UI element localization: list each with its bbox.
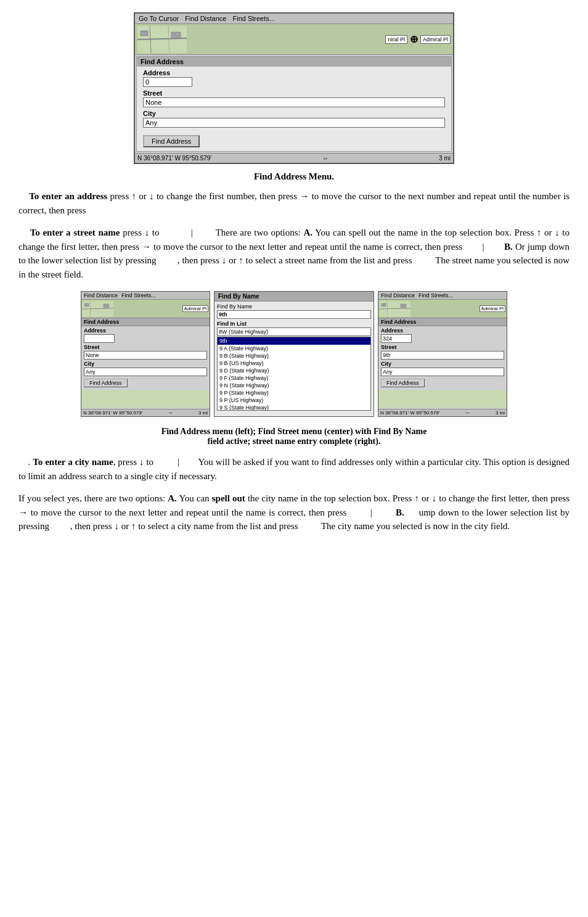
city-input[interactable]: [143, 118, 445, 128]
list-item-bus[interactable]: 9 B (US Highway): [218, 360, 370, 367]
left-city-label: City: [84, 361, 207, 367]
address-input[interactable]: [143, 77, 192, 87]
right-addr-label: Address: [381, 327, 504, 334]
list-item-s[interactable]: 9 S (State Highway): [218, 404, 370, 411]
map-thumbnail: [137, 26, 187, 53]
find-address-button[interactable]: Find Address: [143, 135, 200, 147]
street-list[interactable]: 9th 9 A (State Highway) 9 B (State Highw…: [217, 337, 371, 411]
map-label-admiral2: Admiral Pl: [420, 35, 451, 44]
arrow-icon: ↔: [322, 155, 329, 162]
find-in-list-input[interactable]: [217, 327, 371, 336]
top-menu-bar: Go To Cursor Find Distance Find Streets.…: [135, 14, 453, 24]
list-item-pus[interactable]: 9 P (US Highway): [218, 397, 370, 404]
svg-rect-10: [104, 304, 109, 308]
para-city-1: . To enter a city name, press ↓ to | You…: [18, 455, 570, 483]
caption-three-line2: field active; street name entry complete…: [208, 437, 381, 446]
center-panel: Find By Name Find By Name Find In List 9…: [214, 291, 374, 417]
right-addr-input[interactable]: [381, 334, 412, 343]
left-city-input[interactable]: [84, 368, 207, 376]
left-coords: N 36°08.971' W 95°50.579': [83, 410, 142, 416]
list-item-f[interactable]: 9 F (State Highway): [218, 374, 370, 382]
top-screenshot: Go To Cursor Find Distance Find Streets.…: [134, 12, 454, 164]
right-menu-find-dist: Find Distance: [381, 292, 415, 298]
left-status: N 36°08.971' W 95°50.579' ↔ 3 mi: [81, 409, 210, 416]
menu-find-streets: Find Streets...: [232, 15, 274, 22]
left-menu-find-streets: Find Streets...: [121, 292, 156, 298]
right-find-btn[interactable]: Find Address: [381, 379, 425, 387]
right-status: N 36°08.971' W 95°50.579' ↔ 3 mi: [378, 409, 507, 416]
street-input[interactable]: [143, 97, 445, 107]
left-panel: Find Distance Find Streets... Admiral Pl…: [81, 291, 210, 417]
left-map-label: Admiral Pl: [182, 305, 208, 312]
find-address-panel: Find Address Address Street City Find Ad…: [136, 56, 452, 152]
right-panel-title: Find Address: [378, 318, 507, 326]
para-street: To enter a street name press ↓ to | Ther…: [18, 226, 570, 281]
zoom-icon: ⊕: [410, 33, 418, 45]
svg-rect-15: [401, 304, 406, 308]
list-item-d[interactable]: 9 D (State Highway): [218, 367, 370, 374]
para-address: To enter an address press ↑ or ↓ to chan…: [18, 189, 570, 217]
caption-three-line1: Find Address menu (left); Find Street me…: [161, 427, 427, 436]
left-menu-find-dist: Find Distance: [84, 292, 118, 298]
left-map-thumb: [83, 301, 113, 317]
left-map-strip: Admiral Pl: [81, 300, 210, 318]
panel-title: Find Address: [137, 57, 451, 67]
three-panel-row: Find Distance Find Streets... Admiral Pl…: [18, 291, 570, 417]
para2-bold: To enter a street name: [30, 228, 120, 237]
right-arrow: ↔: [465, 410, 470, 416]
right-coords: N 36°08.971' W 95°50.579': [380, 410, 439, 416]
map-strip: niral Pl ⊕ Admiral Pl: [135, 24, 453, 55]
left-street-label: Street: [84, 344, 207, 350]
find-by-name-input[interactable]: [217, 310, 371, 319]
right-menu-bar: Find Distance Find Streets...: [378, 292, 507, 300]
right-panel: Find Distance Find Streets... Admiral Pl…: [378, 291, 507, 417]
list-item-n[interactable]: 9 N (State Highway): [218, 382, 370, 389]
right-city-input[interactable]: [381, 368, 504, 376]
left-addr-input[interactable]: [84, 334, 115, 343]
right-map-strip: Admiral Pl: [378, 300, 507, 318]
list-item-b[interactable]: 9 B (State Highway): [218, 352, 370, 360]
right-city-label: City: [381, 361, 504, 367]
center-panel-title: Find By Name: [214, 292, 374, 302]
top-screenshot-container: Go To Cursor Find Distance Find Streets.…: [18, 12, 570, 164]
or-text: or: [121, 521, 129, 531]
right-map-thumb: [380, 301, 410, 317]
left-addr-label: Address: [84, 327, 207, 334]
left-menu-bar: Find Distance Find Streets...: [81, 292, 210, 300]
left-find-btn[interactable]: Find Address: [84, 379, 128, 387]
svg-rect-14: [382, 303, 386, 306]
left-scale: 3 mi: [198, 410, 208, 416]
map-label-admiral: niral Pl: [385, 35, 407, 44]
coords-display: N 36°08.971' W 95°50.579': [137, 155, 211, 162]
right-map-label: Admiral Pl: [480, 305, 505, 312]
right-street-input[interactable]: [381, 351, 504, 360]
list-item-9th[interactable]: 9th: [218, 337, 370, 345]
caption-top: Find Address Menu.: [18, 171, 570, 182]
status-bar: N 36°08.971' W 95°50.579' ↔ 3 mi: [135, 153, 453, 163]
svg-rect-9: [84, 303, 89, 306]
caption-three-panel: Find Address menu (left); Find Street me…: [18, 427, 570, 446]
svg-rect-4: [141, 31, 148, 36]
find-by-name-label: Find By Name: [217, 303, 371, 310]
list-item-a[interactable]: 9 A (State Highway): [218, 345, 370, 352]
para1-bold: To enter an address: [29, 191, 107, 201]
scale-display: 3 mi: [439, 155, 451, 162]
left-arrow: ↔: [168, 410, 173, 416]
right-scale: 3 mi: [496, 410, 505, 416]
right-menu-find-streets: Find Streets...: [419, 292, 453, 298]
para-city-2: If you select yes, there are two options…: [18, 491, 570, 533]
left-panel-title: Find Address: [81, 318, 210, 326]
menu-find-distance: Find Distance: [185, 15, 226, 22]
right-street-label: Street: [381, 344, 504, 350]
list-item-p[interactable]: 9 P (State Highway): [218, 389, 370, 397]
menu-goto: Go To Cursor: [139, 15, 179, 22]
find-in-list-label: Find In List: [217, 321, 371, 327]
para-city-end: ↑ to select a city name from the list an…: [129, 521, 510, 531]
svg-rect-5: [171, 32, 181, 38]
left-street-input[interactable]: [84, 351, 207, 360]
street-label: Street: [143, 89, 445, 97]
para-city-bold: To enter a city name: [33, 457, 113, 467]
address-label: Address: [143, 69, 445, 76]
city-label: City: [143, 110, 445, 117]
